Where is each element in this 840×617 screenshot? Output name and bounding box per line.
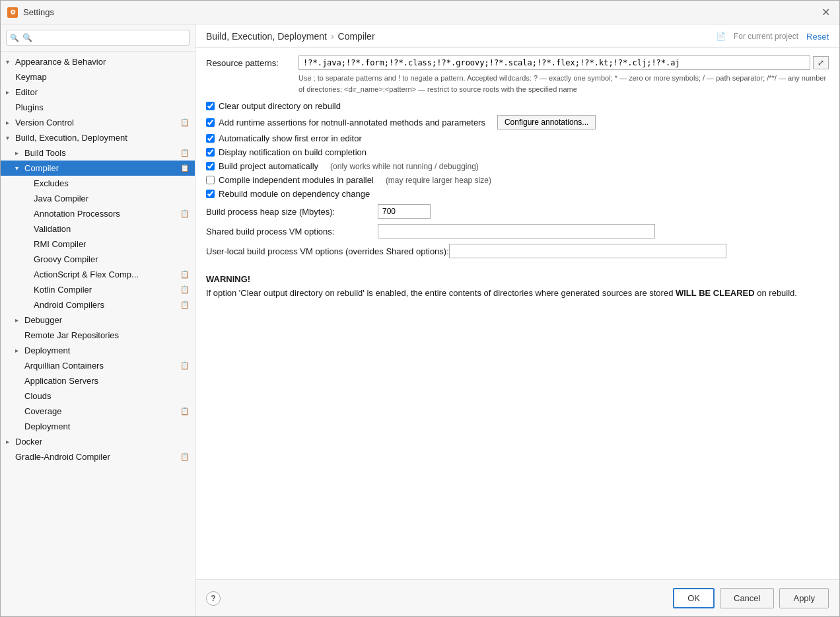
sidebar-item-application-servers[interactable]: Application Servers	[1, 373, 195, 388]
sidebar-item-version-control[interactable]: ▸Version Control📋	[1, 115, 195, 130]
checkbox-label-rebuild-dependency[interactable]: Rebuild module on dependency change	[219, 189, 370, 199]
scope-icon: 📋	[180, 164, 190, 172]
sidebar-item-label: Build Tools	[24, 148, 180, 158]
sidebar-item-label: Groovy Compiler	[34, 254, 190, 264]
sidebar-item-label: Debugger	[24, 315, 190, 325]
checkbox-label-show-first-error[interactable]: Automatically show first error in editor	[219, 133, 362, 143]
checkbox-display-notification[interactable]	[206, 148, 215, 157]
expand-arrow: ▾	[6, 134, 15, 141]
checkbox-row-compile-parallel: Compile independent modules in parallel(…	[206, 175, 829, 185]
sidebar-item-build-exec-deploy[interactable]: ▾Build, Execution, Deployment	[1, 130, 195, 145]
sidebar-item-build-tools[interactable]: ▸Build Tools📋	[1, 145, 195, 161]
sidebar-item-label: Arquillian Containers	[24, 361, 180, 371]
reset-link[interactable]: Reset	[806, 32, 829, 42]
help-button[interactable]: ?	[206, 591, 221, 606]
cancel-button[interactable]: Cancel	[720, 588, 774, 608]
sidebar-item-annotation-processors[interactable]: Annotation Processors📋	[1, 206, 195, 221]
header-right: 📄 For current project Reset	[716, 32, 829, 42]
checkbox-row-show-first-error: Automatically show first error in editor	[206, 133, 829, 143]
expand-arrow: ▸	[15, 316, 24, 324]
close-button[interactable]: ✕	[819, 6, 833, 18]
heap-size-row: Build process heap size (Mbytes):	[206, 204, 829, 219]
settings-window: ⚙ Settings ✕ 🔍 ▾Appearance & BehaviorKey…	[0, 0, 840, 617]
resource-patterns-row: Resource patterns: ⤢	[206, 55, 829, 70]
sidebar-item-actionscript-flex[interactable]: ActionScript & Flex Comp...📋	[1, 267, 195, 282]
user-local-vm-row: User-local build process VM options (ove…	[206, 244, 829, 258]
heap-size-label: Build process heap size (Mbytes):	[206, 207, 378, 217]
title-bar-left: ⚙ Settings	[7, 7, 54, 18]
sidebar-item-label: ActionScript & Flex Comp...	[34, 270, 180, 279]
sidebar-item-kotlin-compiler[interactable]: Kotlin Compiler📋	[1, 282, 195, 297]
main-panel: Build, Execution, Deployment › Compiler …	[195, 24, 839, 616]
search-input[interactable]	[6, 30, 190, 46]
heap-size-input[interactable]	[378, 204, 431, 219]
sidebar-item-coverage[interactable]: Coverage📋	[1, 404, 195, 419]
scope-icon: 📋	[180, 209, 190, 218]
sidebar-item-arquillian[interactable]: Arquillian Containers📋	[1, 358, 195, 373]
resource-patterns-label: Resource patterns:	[206, 55, 298, 68]
footer-left: ?	[206, 591, 221, 606]
warning-text: If option 'Clear output directory on reb…	[206, 287, 829, 300]
ok-button[interactable]: OK	[673, 588, 715, 608]
sidebar-item-gradle-android[interactable]: Gradle-Android Compiler📋	[1, 449, 195, 464]
search-wrapper: 🔍	[6, 30, 190, 46]
resource-patterns-input[interactable]	[298, 55, 810, 70]
sidebar-item-plugins[interactable]: Plugins	[1, 100, 195, 115]
scope-icon: 📋	[180, 118, 190, 127]
checkbox-build-automatically[interactable]	[206, 162, 215, 170]
sidebar-item-validation[interactable]: Validation	[1, 221, 195, 236]
sidebar-item-excludes[interactable]: Excludes	[1, 176, 195, 191]
checkbox-label-runtime-assertions[interactable]: Add runtime assertions for notnull-annot…	[219, 118, 485, 127]
expand-arrow: ▸	[15, 149, 24, 157]
sidebar-item-android-compilers[interactable]: Android Compilers📋	[1, 297, 195, 312]
sidebar-item-clouds[interactable]: Clouds	[1, 388, 195, 404]
scope-icon: 📋	[180, 453, 190, 461]
sidebar-item-remote-jar[interactable]: Remote Jar Repositories	[1, 328, 195, 343]
sidebar-item-label: Docker	[15, 437, 190, 447]
checkbox-label-compile-parallel[interactable]: Compile independent modules in parallel	[219, 175, 374, 185]
apply-button[interactable]: Apply	[779, 588, 829, 608]
checkbox-show-first-error[interactable]	[206, 134, 215, 143]
sidebar-item-debugger[interactable]: ▸Debugger	[1, 312, 195, 328]
checkbox-label-build-automatically[interactable]: Build project automatically	[219, 161, 318, 171]
for-project-label: For current project	[734, 32, 798, 41]
shared-vm-input[interactable]	[378, 224, 655, 238]
checkbox-runtime-assertions[interactable]	[206, 118, 215, 127]
user-local-vm-input[interactable]	[449, 244, 726, 258]
sidebar-item-appearance[interactable]: ▾Appearance & Behavior	[1, 54, 195, 69]
main-content: 🔍 ▾Appearance & BehaviorKeymap▸EditorPlu…	[1, 24, 839, 616]
checkbox-clear-output[interactable]	[206, 102, 215, 110]
checkbox-label-clear-output[interactable]: Clear output directory on rebuild	[219, 101, 341, 111]
resource-patterns-hint: Use ; to separate patterns and ! to nega…	[298, 73, 829, 94]
checkbox-row-display-notification: Display notification on build completion	[206, 147, 829, 157]
sidebar-item-label: Plugins	[15, 102, 190, 112]
sidebar-item-rmi-compiler[interactable]: RMI Compiler	[1, 236, 195, 252]
checkbox-compile-parallel[interactable]	[206, 176, 215, 184]
sidebar-item-editor[interactable]: ▸Editor	[1, 85, 195, 100]
sidebar-item-label: Gradle-Android Compiler	[15, 452, 180, 462]
configure-annotations-button[interactable]: Configure annotations...	[497, 115, 596, 129]
breadcrumb-parent: Build, Execution, Deployment	[206, 31, 327, 42]
expand-resource-patterns-button[interactable]: ⤢	[813, 56, 829, 69]
sidebar-item-keymap[interactable]: Keymap	[1, 69, 195, 85]
checkbox-row-rebuild-dependency: Rebuild module on dependency change	[206, 189, 829, 199]
sidebar-item-compiler[interactable]: ▾Compiler📋	[1, 161, 195, 176]
sidebar-item-label: Validation	[34, 224, 190, 234]
checkbox-label-display-notification[interactable]: Display notification on build completion	[219, 147, 367, 157]
sidebar-item-label: Editor	[15, 87, 190, 97]
sidebar-item-deployment2[interactable]: Deployment	[1, 419, 195, 434]
scope-icon: 📋	[180, 301, 190, 309]
shared-vm-row: Shared build process VM options:	[206, 224, 829, 238]
expand-arrow: ▸	[6, 89, 15, 96]
sidebar-item-label: RMI Compiler	[34, 239, 190, 249]
footer: ? OK Cancel Apply	[195, 579, 839, 616]
sidebar-item-java-compiler[interactable]: Java Compiler	[1, 191, 195, 206]
sidebar-item-deployment[interactable]: ▸Deployment	[1, 343, 195, 358]
checkbox-rebuild-dependency[interactable]	[206, 190, 215, 198]
sidebar-item-groovy-compiler[interactable]: Groovy Compiler	[1, 252, 195, 267]
footer-right: OK Cancel Apply	[673, 588, 829, 608]
user-local-vm-label: User-local build process VM options (ove…	[206, 246, 449, 256]
sidebar-item-label: Remote Jar Repositories	[24, 330, 190, 340]
sidebar-item-docker[interactable]: ▸Docker	[1, 434, 195, 449]
checkboxes-container: Clear output directory on rebuildAdd run…	[206, 101, 829, 199]
